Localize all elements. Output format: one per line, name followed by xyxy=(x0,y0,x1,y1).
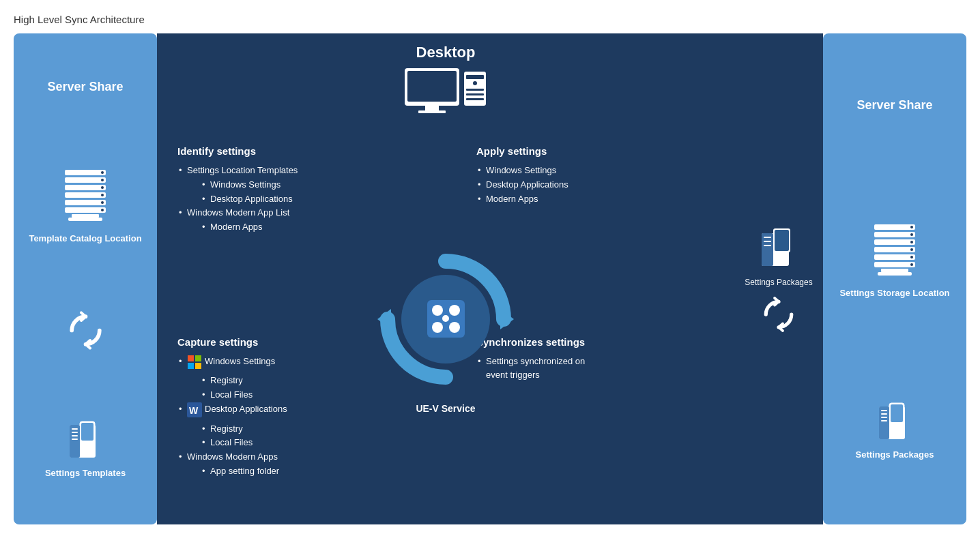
settings-package-icon-center xyxy=(758,223,799,271)
svg-point-62 xyxy=(910,233,913,236)
apply-item-1: Windows Settings xyxy=(476,164,714,178)
svg-rect-35 xyxy=(195,363,201,369)
apply-item-2: Desktop Applications xyxy=(476,178,714,192)
svg-rect-72 xyxy=(881,413,887,415)
sync-arrows-right-center xyxy=(758,294,799,335)
word-logo-icon: W xyxy=(187,402,202,417)
server-icon-left xyxy=(58,166,113,228)
svg-point-12 xyxy=(101,201,104,204)
right-server-panel: Server Share xyxy=(823,33,966,524)
diagram: Server Share xyxy=(14,33,966,524)
svg-rect-31 xyxy=(466,98,484,100)
svg-rect-27 xyxy=(466,75,484,79)
identify-sub-3: Modern Apps xyxy=(201,220,435,235)
right-packages-label: Settings Packages xyxy=(856,449,934,460)
svg-rect-51 xyxy=(764,241,771,242)
left-server-label: Template Catalog Location xyxy=(29,233,141,243)
svg-point-66 xyxy=(910,263,913,266)
svg-rect-48 xyxy=(775,230,789,251)
svg-point-28 xyxy=(473,81,477,85)
server-icon-right xyxy=(867,221,922,282)
svg-rect-0 xyxy=(65,170,106,175)
svg-rect-20 xyxy=(72,435,78,436)
center-panel: Desktop xyxy=(157,33,734,524)
svg-point-65 xyxy=(910,256,913,258)
svg-point-44 xyxy=(449,322,460,333)
capture-item-3: Windows Modern Apps App setting folder xyxy=(177,450,435,479)
apply-item-3: Modern Apps xyxy=(476,192,714,207)
svg-point-13 xyxy=(101,209,104,211)
svg-rect-53 xyxy=(874,224,915,230)
svg-rect-30 xyxy=(466,93,484,95)
svg-point-61 xyxy=(910,226,913,228)
svg-rect-71 xyxy=(881,410,887,411)
sync-icon-left xyxy=(63,308,108,353)
apply-heading: Apply settings xyxy=(476,143,714,160)
left-server-panel: Server Share xyxy=(14,33,157,524)
svg-rect-29 xyxy=(466,89,484,91)
svg-point-43 xyxy=(432,322,443,333)
svg-rect-17 xyxy=(70,425,80,458)
svg-rect-50 xyxy=(764,237,771,238)
svg-rect-32 xyxy=(188,355,194,361)
svg-point-8 xyxy=(101,171,104,174)
svg-rect-21 xyxy=(72,439,78,440)
identify-sub-2: Desktop Applications xyxy=(201,192,435,207)
page-wrapper: High Level Sync Architecture Server Shar… xyxy=(14,14,966,524)
page-title: High Level Sync Architecture xyxy=(14,14,966,25)
svg-rect-56 xyxy=(874,247,915,252)
svg-point-41 xyxy=(432,305,443,316)
left-panel-title: Server Share xyxy=(47,80,123,94)
uev-service-center: UE-V Service xyxy=(367,241,524,414)
right-connector-area: Settings Packages xyxy=(734,33,823,524)
packages-icon-right xyxy=(876,400,913,444)
right-server-item: Settings Storage Location xyxy=(839,221,949,298)
identify-sub-1: Windows Settings xyxy=(201,178,435,192)
svg-rect-54 xyxy=(874,232,915,237)
svg-rect-49 xyxy=(762,233,773,266)
right-server-label: Settings Storage Location xyxy=(839,288,949,298)
identify-heading: Identify settings xyxy=(177,143,435,160)
svg-rect-60 xyxy=(878,272,912,276)
windows-logo-icon xyxy=(187,355,202,370)
uev-inner-circle xyxy=(401,275,490,363)
templates-icon-left xyxy=(66,418,104,462)
desktop-computer-icon xyxy=(401,65,490,126)
capture-sub-3: Registry xyxy=(201,422,435,436)
svg-point-42 xyxy=(449,305,460,316)
svg-rect-58 xyxy=(874,262,915,267)
svg-point-10 xyxy=(101,186,104,189)
svg-rect-69 xyxy=(891,404,903,422)
right-packages-item: Settings Packages xyxy=(856,400,934,460)
svg-point-45 xyxy=(442,315,449,322)
svg-rect-16 xyxy=(81,423,93,441)
svg-rect-52 xyxy=(764,245,771,246)
svg-text:W: W xyxy=(189,405,199,416)
left-templates-label: Settings Templates xyxy=(45,468,126,478)
svg-rect-57 xyxy=(874,254,915,260)
center-content-grid: Identify settings Settings Location Temp… xyxy=(157,130,734,524)
svg-rect-55 xyxy=(874,239,915,245)
svg-rect-19 xyxy=(72,432,78,433)
svg-rect-34 xyxy=(188,363,194,369)
apply-list: Windows Settings Desktop Applications Mo… xyxy=(476,164,714,206)
svg-rect-23 xyxy=(407,71,457,102)
identify-item-1: Settings Location Templates Windows Sett… xyxy=(177,164,435,206)
svg-rect-74 xyxy=(881,420,887,421)
uev-label: UE-V Service xyxy=(416,403,475,414)
svg-rect-3 xyxy=(65,192,106,198)
right-panel-title: Server Share xyxy=(856,98,932,113)
svg-rect-33 xyxy=(195,355,201,361)
svg-point-64 xyxy=(910,248,913,251)
svg-rect-73 xyxy=(881,417,887,418)
svg-rect-1 xyxy=(65,177,106,183)
svg-rect-2 xyxy=(65,185,106,190)
svg-point-63 xyxy=(910,241,913,243)
left-templates-item: Settings Templates xyxy=(45,418,126,478)
desktop-icon-area xyxy=(157,65,734,126)
svg-point-11 xyxy=(101,194,104,196)
svg-rect-18 xyxy=(72,428,78,430)
svg-rect-24 xyxy=(425,106,439,111)
identify-item-2: Windows Modern App List Modern Apps xyxy=(177,206,435,235)
right-packages-center-label: Settings Packages xyxy=(745,278,812,287)
